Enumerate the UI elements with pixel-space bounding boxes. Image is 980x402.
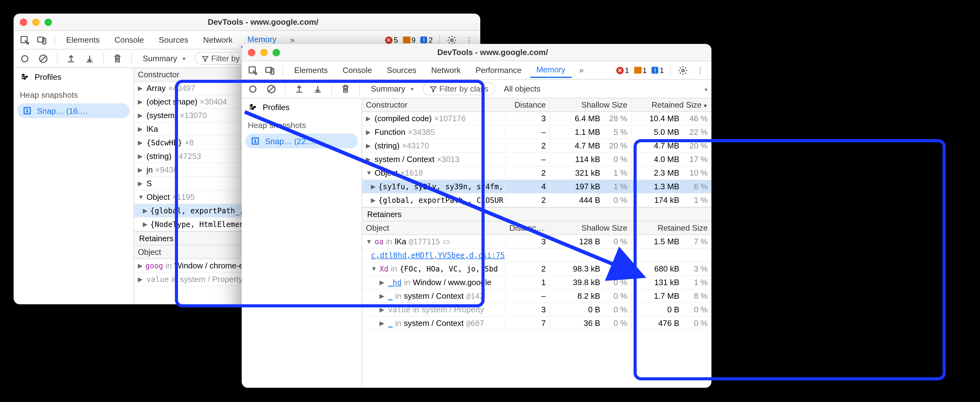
window-title: DevTools - www.google.com/ [280, 48, 705, 57]
clear-icon[interactable] [264, 81, 279, 96]
col-distance[interactable]: Distance [505, 100, 549, 110]
download-icon[interactable] [310, 81, 325, 96]
window-title: DevTools - www.google.com/ [52, 17, 474, 27]
retainers-header: Retainers [362, 207, 711, 222]
tab-console[interactable]: Console [336, 63, 378, 77]
tab-elements[interactable]: Elements [288, 63, 334, 77]
table-row[interactable]: _ in system / Context @142–8.2 kB0 %1.7 … [362, 289, 711, 303]
download-icon[interactable] [82, 51, 97, 66]
scope-chevron-icon[interactable] [703, 84, 708, 93]
heap-snapshots-group: Heap snapshots [242, 116, 361, 132]
constructors-table: Constructor Distance Shallow Size Retain… [362, 98, 711, 388]
device-toggle-icon[interactable] [35, 32, 49, 47]
titlebar: DevTools - www.google.com/ [14, 14, 480, 31]
table-row[interactable]: (string) ×4317024.7 MB20 %4.7 MB20 % [362, 139, 711, 153]
memory-toolbar: Summary Filter by class All objects [242, 80, 711, 98]
svg-point-6 [23, 74, 24, 75]
table-row[interactable]: Function ×34385–1.1 MB5 %5.0 MB22 % [362, 126, 711, 139]
tab-network[interactable]: Network [425, 63, 467, 77]
svg-point-3 [450, 39, 453, 41]
traffic-lights [248, 49, 280, 56]
issues-badge[interactable]: !1 [651, 66, 665, 75]
view-select[interactable]: Summary [366, 83, 419, 95]
retainers-header-row: Object Distance Shallow Size Retained Si… [362, 222, 711, 235]
svg-point-18 [252, 108, 253, 110]
inspect-icon[interactable] [245, 63, 260, 78]
maximize-icon[interactable] [45, 18, 52, 26]
svg-point-17 [254, 106, 255, 108]
trash-icon[interactable] [110, 51, 125, 66]
upload-icon[interactable] [292, 81, 307, 96]
profiles-header[interactable]: Profiles [14, 68, 134, 85]
sidebar-item-snapshot[interactable]: Snap… (16.… [17, 103, 130, 118]
class-filter[interactable]: Filter by class [422, 82, 495, 95]
minimize-icon[interactable] [32, 18, 40, 26]
devtools-window-2: DevTools - www.google.com/ Elements Cons… [242, 44, 711, 388]
table-row[interactable]: system / Context ×3013–114 kB0 %4.0 MB17… [362, 153, 711, 166]
clear-icon[interactable] [36, 51, 51, 66]
warnings-badge[interactable]: 9 [401, 35, 417, 44]
heap-snapshots-group: Heap snapshots [14, 85, 134, 102]
svg-point-16 [251, 105, 252, 106]
col-retained[interactable]: Retained Size [631, 223, 711, 233]
table-header-row: Constructor Distance Shallow Size Retain… [362, 98, 711, 112]
issues-badge[interactable]: !2 [419, 35, 434, 44]
maximize-icon[interactable] [273, 49, 280, 56]
settings-icon[interactable] [676, 63, 690, 78]
upload-icon[interactable] [64, 51, 78, 66]
table-row[interactable]: {global, exportPath_, CLOSUR2444 B0 %174… [362, 194, 711, 207]
close-icon[interactable] [20, 18, 27, 26]
minimize-icon[interactable] [260, 49, 268, 56]
profiles-header[interactable]: Profiles [242, 98, 361, 116]
profiles-sidebar: Profiles Heap snapshots Snap… (22.… [242, 98, 362, 388]
kebab-menu-icon[interactable]: ⋮ [693, 63, 708, 78]
titlebar: DevTools - www.google.com/ [242, 44, 711, 61]
tab-console[interactable]: Console [108, 33, 150, 47]
tab-memory[interactable]: Memory [530, 62, 571, 78]
record-icon[interactable] [17, 51, 32, 66]
trash-icon[interactable] [338, 81, 353, 96]
tab-performance[interactable]: Performance [469, 63, 528, 77]
errors-badge[interactable]: ✕5 [384, 35, 399, 44]
table-row[interactable]: (compiled code) ×10717636.4 MB28 %10.4 M… [362, 112, 711, 126]
table-row[interactable]: Xd in {FOc, HOa, VC, jo, Sbd298.3 kB0 %6… [362, 262, 711, 276]
table-row[interactable]: _hd in Window / www.google139.8 kB0 %131… [362, 276, 711, 289]
col-constructor[interactable]: Constructor [362, 100, 505, 110]
panel-tabs: Elements Console Sources Network Perform… [242, 61, 711, 80]
profiles-sidebar: Profiles Heap snapshots Snap… (16.… [14, 68, 134, 304]
table-row[interactable]: oa in lKa @177115 ▭3128 B0 %1.5 MB7 % [362, 235, 711, 249]
table-row[interactable]: Object ×16182321 kB1 %2.3 MB10 % [362, 166, 711, 180]
col-distance[interactable]: Distance [505, 223, 549, 233]
more-tabs-icon[interactable]: » [574, 63, 589, 78]
close-icon[interactable] [248, 49, 255, 56]
tab-elements[interactable]: Elements [60, 33, 106, 47]
traffic-lights [20, 18, 52, 26]
svg-point-7 [26, 76, 27, 77]
tab-sources[interactable]: Sources [153, 33, 194, 47]
col-retained[interactable]: Retained Size [631, 100, 711, 110]
inspect-icon[interactable] [17, 32, 32, 47]
tab-network[interactable]: Network [197, 33, 239, 47]
svg-point-4 [22, 55, 28, 62]
errors-badge[interactable]: ✕1 [615, 66, 630, 75]
record-icon[interactable] [245, 81, 260, 96]
scope-select[interactable]: All objects [499, 83, 546, 95]
table-row[interactable]: c,dtl0hd,eHDfl,YV5bee,d,csi:753 [362, 249, 711, 262]
view-select[interactable]: Summary [138, 53, 191, 64]
svg-point-14 [250, 86, 256, 92]
tab-sources[interactable]: Sources [381, 63, 422, 77]
table-row[interactable]: _ in system / Context @607736 B0 %476 B0… [362, 317, 711, 330]
svg-point-8 [24, 78, 25, 79]
table-row[interactable]: {sy1fu, sy2ly, sy39n, sy4fm,4197 kB1 %1.… [362, 180, 711, 194]
sidebar-item-snapshot[interactable]: Snap… (22.… [245, 134, 358, 148]
col-object[interactable]: Object [362, 223, 505, 233]
col-shallow[interactable]: Shallow Size [549, 100, 631, 110]
device-toggle-icon[interactable] [263, 63, 278, 78]
warnings-badge[interactable]: 1 [633, 66, 648, 75]
table-row[interactable]: value in system / Property30 B0 %0 B0 % [362, 303, 711, 317]
col-shallow[interactable]: Shallow Size [549, 223, 631, 233]
svg-point-13 [682, 69, 684, 72]
